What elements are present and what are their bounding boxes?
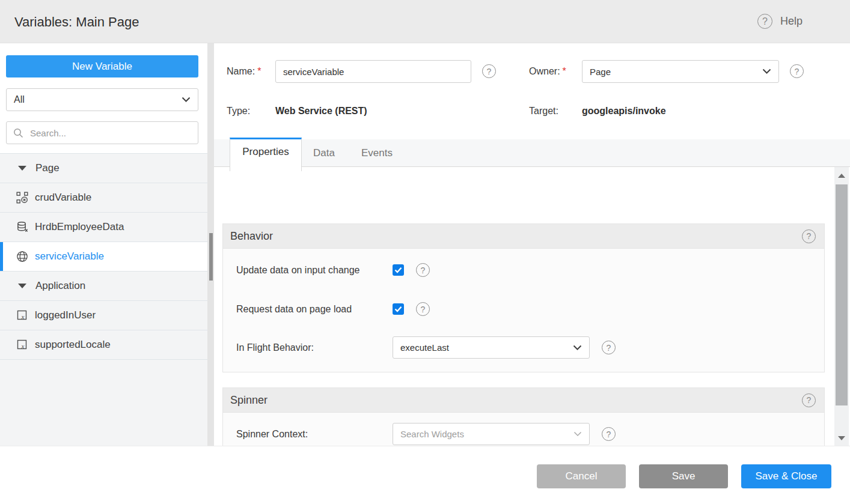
variable-label: loggedInUser xyxy=(35,309,96,321)
help-label: Help xyxy=(780,15,803,28)
search-input[interactable] xyxy=(29,127,191,139)
spinner-title: Spinner xyxy=(230,394,268,407)
variable-detail-panel: Name: * Owner: * Page Type: Web Service … xyxy=(214,43,850,446)
behavior-section-header: Behavior xyxy=(223,224,824,249)
update-data-label: Update data on input change xyxy=(236,265,393,276)
spinner-section-header: Spinner xyxy=(223,388,824,413)
behavior-section: Behavior Update data on input change Req… xyxy=(222,223,825,372)
in-flight-label: In Flight Behavior: xyxy=(236,342,393,353)
in-flight-select[interactable]: executeLast xyxy=(393,336,590,359)
dialog-footer: Cancel Save Save & Close xyxy=(0,446,850,504)
name-help-icon[interactable] xyxy=(482,64,496,78)
triangle-down-icon xyxy=(18,166,26,171)
owner-label-row: Owner: * xyxy=(529,66,566,77)
name-label-row: Name: * xyxy=(227,66,261,77)
variable-type-filter-select[interactable]: All xyxy=(6,88,198,111)
spinner-section: Spinner Spinner Context: Search Widgets … xyxy=(222,387,825,446)
content-scrollbar-thumb[interactable] xyxy=(836,184,848,405)
request-data-help-icon[interactable] xyxy=(416,302,430,316)
chevron-down-icon xyxy=(762,68,771,74)
tab-events[interactable]: Events xyxy=(361,147,393,159)
required-asterisk: * xyxy=(257,66,261,77)
sidebar-item-hrdbemployeedata[interactable]: HrdbEmployeeData xyxy=(0,213,207,242)
in-flight-help-icon[interactable] xyxy=(602,341,616,354)
target-label: Target: xyxy=(529,106,558,117)
check-icon xyxy=(394,306,402,312)
owner-select[interactable]: Page xyxy=(582,60,779,83)
spinner-context-label: Spinner Context: xyxy=(236,429,393,440)
group-label: Page xyxy=(35,162,60,174)
chevron-down-icon xyxy=(573,345,582,351)
update-data-checkbox[interactable] xyxy=(393,264,404,276)
help-button[interactable]: Help xyxy=(757,14,803,29)
owner-help-icon[interactable] xyxy=(790,64,804,78)
save-and-close-button[interactable]: Save & Close xyxy=(741,464,831,488)
scroll-up-arrow-icon[interactable] xyxy=(838,174,845,178)
dialog-header: Variables: Main Page Help xyxy=(0,0,850,43)
type-value: Web Service (REST) xyxy=(275,106,367,117)
tab-strip: Data Events xyxy=(214,139,850,167)
properties-tab-content: Behavior Update data on input change Req… xyxy=(214,167,850,446)
variable-list: Page crudVariable HrdbEmployeeData xyxy=(0,153,207,446)
owner-select-value: Page xyxy=(590,67,611,77)
spinner-help-icon[interactable] xyxy=(802,393,816,407)
svg-text:x: x xyxy=(21,313,25,320)
in-flight-row: In Flight Behavior: executeLast xyxy=(236,336,616,359)
save-button[interactable]: Save xyxy=(639,464,728,488)
in-flight-select-value: executeLast xyxy=(400,342,449,353)
variables-dialog: Variables: Main Page Help New Variable A… xyxy=(0,0,850,504)
variable-label: supportedLocale xyxy=(35,339,111,351)
sidebar-item-servicevariable-selected[interactable]: serviceVariable xyxy=(0,242,207,272)
globe-icon xyxy=(16,250,28,263)
spinner-context-combobox[interactable]: Search Widgets xyxy=(393,423,590,445)
sidebar-group-page[interactable]: Page xyxy=(0,154,207,183)
sidebar-item-loggedinuser[interactable]: x loggedInUser xyxy=(0,301,207,330)
update-data-row: Update data on input change xyxy=(236,263,430,277)
target-value: googleapis/invoke xyxy=(582,106,666,117)
variable-label: crudVariable xyxy=(35,192,91,204)
behavior-title: Behavior xyxy=(230,230,273,243)
sidebar-scrollbar[interactable] xyxy=(207,43,214,446)
variables-sidebar: New Variable All Page crudVariable xyxy=(0,43,207,446)
request-data-row: Request data on page load xyxy=(236,302,430,316)
new-variable-button[interactable]: New Variable xyxy=(6,55,198,77)
search-icon xyxy=(13,128,23,138)
variable-search-box xyxy=(6,121,198,144)
page-title: Variables: Main Page xyxy=(14,14,139,30)
triangle-down-icon xyxy=(18,284,26,288)
request-data-label: Request data on page load xyxy=(236,304,393,315)
crud-variable-icon xyxy=(16,192,28,204)
content-scrollbar[interactable] xyxy=(834,167,849,446)
update-data-help-icon[interactable] xyxy=(416,263,430,277)
scroll-down-arrow-icon[interactable] xyxy=(838,436,845,440)
sidebar-group-application[interactable]: Application xyxy=(0,272,207,301)
sidebar-item-crudvariable[interactable]: crudVariable xyxy=(0,183,207,213)
type-label: Type: xyxy=(227,106,250,117)
spinner-context-help-icon[interactable] xyxy=(602,427,616,441)
check-icon xyxy=(394,267,402,273)
required-asterisk: * xyxy=(563,66,566,77)
name-input[interactable] xyxy=(275,60,471,83)
request-data-checkbox[interactable] xyxy=(393,303,404,315)
name-label: Name: xyxy=(227,66,255,77)
tab-data[interactable]: Data xyxy=(313,147,335,159)
spinner-context-placeholder: Search Widgets xyxy=(400,429,464,439)
spinner-context-row: Spinner Context: Search Widgets xyxy=(236,423,616,445)
chevron-down-icon xyxy=(573,431,582,437)
filter-select-value: All xyxy=(14,94,25,105)
variable-label: serviceVariable xyxy=(35,250,104,263)
variable-label: HrdbEmployeeData xyxy=(35,221,124,233)
help-icon xyxy=(757,14,772,29)
static-variable-icon: x xyxy=(16,309,28,321)
tab-properties-active[interactable]: Properties xyxy=(230,138,302,171)
group-label: Application xyxy=(35,280,85,292)
cancel-button[interactable]: Cancel xyxy=(537,464,626,488)
database-icon xyxy=(16,221,28,233)
behavior-help-icon[interactable] xyxy=(802,229,816,243)
chevron-down-icon xyxy=(182,97,191,103)
static-variable-icon: x xyxy=(16,339,28,351)
owner-label: Owner: xyxy=(529,66,560,77)
svg-text:x: x xyxy=(21,342,25,350)
sidebar-scrollbar-thumb[interactable] xyxy=(209,233,213,281)
sidebar-item-supportedlocale[interactable]: x supportedLocale xyxy=(0,330,207,360)
